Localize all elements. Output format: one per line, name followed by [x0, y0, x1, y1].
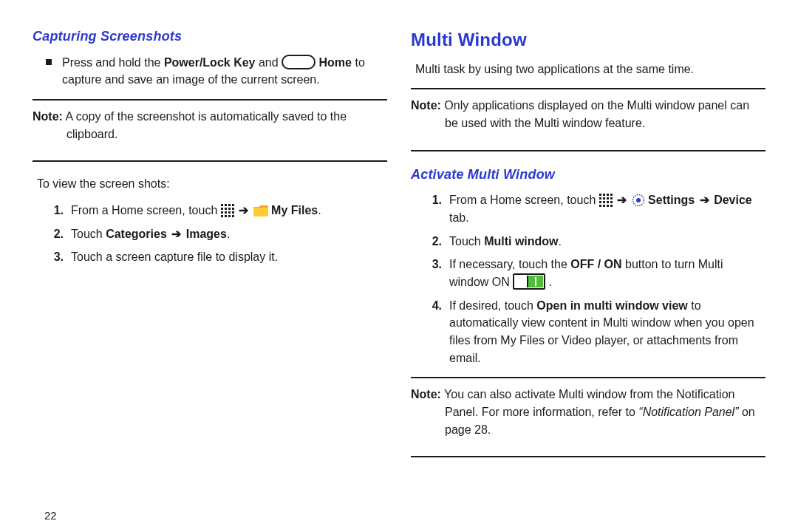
text: Touch [71, 228, 106, 240]
note-label: Note: [411, 99, 441, 112]
folder-icon [253, 204, 268, 215]
heading-multi-window: Multi Window [411, 27, 765, 53]
text: . [318, 204, 321, 216]
steps-list: 1. From a Home screen, touch ➔ Settings [411, 191, 765, 366]
hardware-key-icon [282, 55, 316, 69]
page-number: 22 [44, 509, 57, 522]
text: Touch a screen capture file to display i… [71, 250, 278, 263]
images-label: Images [183, 228, 227, 240]
text: . [466, 211, 468, 224]
step-body: Touch a screen capture file to display i… [71, 248, 387, 266]
power-lock-key-label: Power/Lock Key [164, 56, 256, 69]
note-text: Note: A copy of the screenshot is automa… [33, 108, 387, 143]
arrow-icon: ➔ [615, 194, 628, 206]
home-label: Home [319, 56, 352, 69]
text: From a Home screen, touch [449, 194, 599, 206]
note-label: Note: [411, 388, 441, 400]
step-item: 4. If desired, touch Open in multi windo… [411, 297, 765, 367]
step-item: 3. Touch a screen capture file to displa… [33, 248, 387, 266]
step-item: 2. Touch Multi window. [411, 233, 765, 250]
step-number: 1. [429, 191, 442, 226]
step-body: Touch Categories ➔ Images. [71, 225, 387, 243]
step-item: 1. From a Home screen, touch ➔ My Files. [33, 202, 387, 219]
text: . [549, 276, 552, 288]
step-number: 4. [429, 297, 442, 367]
step-number: 3. [429, 256, 442, 290]
my-files-label: My Files [271, 204, 318, 216]
lead-in-text: To view the screen shots: [33, 175, 387, 193]
apps-grid-icon [221, 204, 234, 217]
step-number: 1. [50, 202, 64, 219]
text: A copy of the screenshot is automaticall… [63, 110, 347, 140]
text: Press and hold the [62, 56, 164, 69]
toggle-on-icon [513, 273, 545, 290]
step-body: If desired, touch Open in multi window v… [449, 297, 765, 367]
text: Only applications displayed on the Multi… [441, 99, 749, 129]
steps-list: 1. From a Home screen, touch ➔ My Files. [33, 202, 387, 266]
svg-rect-0 [253, 208, 268, 216]
intro-text: Multi task by using two applications at … [411, 61, 765, 78]
settings-label: Settings [648, 194, 695, 206]
device-label: Device [714, 194, 752, 206]
step-number: 3. [50, 248, 64, 266]
text: From a Home screen, touch [71, 204, 221, 216]
note-text: Note: Only applications displayed on the… [411, 97, 765, 132]
manual-page: Capturing Screenshots Press and hold the… [0, 0, 798, 471]
bullet-item: Press and hold the Power/Lock Key and Ho… [33, 54, 387, 89]
apps-grid-icon [599, 194, 613, 207]
note-block: Note: You can also activate Multi window… [411, 377, 765, 457]
text: Touch [449, 235, 484, 248]
right-column: Multi Window Multi task by using two app… [411, 27, 765, 471]
step-item: 1. From a Home screen, touch ➔ Settings [411, 191, 765, 226]
text: . [559, 235, 562, 248]
cross-reference: “Notification Panel” [638, 406, 738, 418]
arrow-icon: ➔ [170, 228, 183, 240]
text: tab [449, 211, 466, 224]
heading-activate-multi-window: Activate Multi Window [411, 165, 765, 185]
categories-label: Categories [106, 228, 167, 240]
text: . [227, 228, 230, 240]
text: If desired, touch [449, 299, 536, 312]
multi-window-label: Multi window [484, 235, 558, 248]
step-item: 2. Touch Categories ➔ Images. [33, 225, 387, 243]
left-column: Capturing Screenshots Press and hold the… [33, 27, 387, 471]
step-number: 2. [429, 233, 442, 250]
bullet-text: Press and hold the Power/Lock Key and Ho… [62, 54, 387, 89]
note-label: Note: [33, 110, 63, 123]
off-on-label: OFF / ON [570, 258, 621, 270]
note-block: Note: A copy of the screenshot is automa… [33, 99, 387, 162]
step-body: Touch Multi window. [449, 233, 765, 250]
step-item: 3. If necessary, touch the OFF / ON butt… [411, 256, 765, 290]
step-body: From a Home screen, touch ➔ My Files. [71, 202, 387, 219]
text: If necessary, touch the [449, 258, 570, 270]
square-bullet-icon [46, 59, 52, 65]
arrow-icon: ➔ [698, 194, 711, 206]
step-body: From a Home screen, touch ➔ Settings ➔ D… [449, 191, 765, 226]
open-in-multi-window-label: Open in multi window view [536, 299, 687, 312]
svg-point-2 [636, 198, 641, 202]
text: and [259, 56, 282, 69]
step-number: 2. [50, 225, 64, 243]
arrow-icon: ➔ [237, 204, 250, 216]
note-text: Note: You can also activate Multi window… [411, 386, 765, 438]
heading-capturing-screenshots: Capturing Screenshots [33, 27, 387, 47]
gear-icon [632, 194, 645, 207]
step-body: If necessary, touch the OFF / ON button … [449, 256, 765, 290]
note-block: Note: Only applications displayed on the… [411, 88, 765, 151]
